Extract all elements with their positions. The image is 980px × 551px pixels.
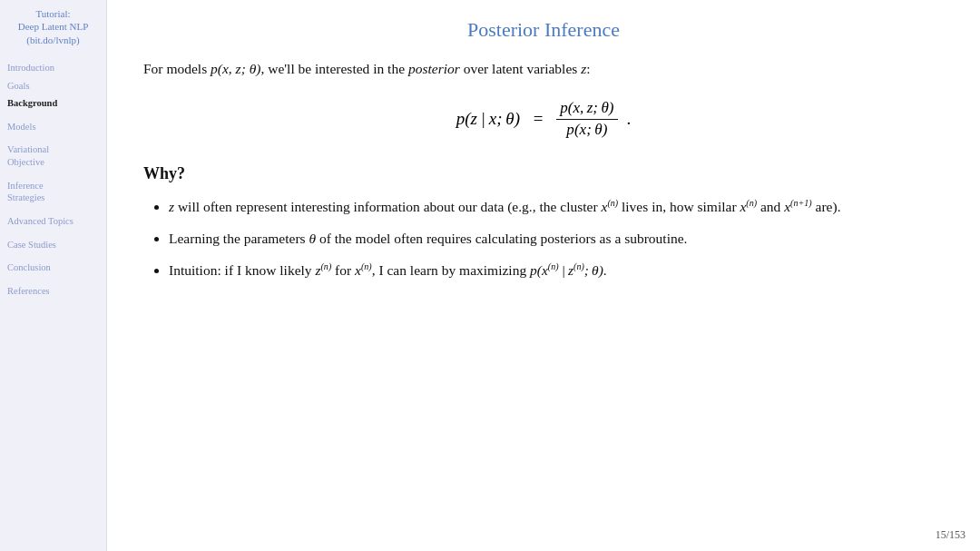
sidebar-item-inference-strategies[interactable]: InferenceStrategies [5,179,101,205]
bullet-3: Intuition: if I know likely z(n) for x(n… [169,260,944,282]
sidebar-item-references[interactable]: References [5,284,101,299]
why-heading: Why? [143,164,944,183]
intro-text: For models p(x, z; θ), we'll be interest… [143,58,944,79]
sidebar-item-goals[interactable]: Goals [5,79,101,93]
sidebar-item-advanced-topics[interactable]: Advanced Topics [5,214,101,229]
sidebar-item-introduction[interactable]: Introduction [5,61,101,75]
bullet-2: Learning the parameters θ of the model o… [169,228,944,251]
bullet-list: z will often represent interesting infor… [143,196,944,282]
sidebar-item-case-studies[interactable]: Case Studies [5,238,101,252]
math-equation: p(z | x; θ) = p(x, z; θ) p(x; θ) . [143,99,944,139]
sidebar: Tutorial:Deep Latent NLP(bit.do/lvnlp) I… [0,0,107,551]
slide-title: Posterior Inference [143,18,944,42]
sidebar-item-variational-objective[interactable]: VariationalObjective [5,143,101,169]
sidebar-title: Tutorial:Deep Latent NLP(bit.do/lvnlp) [5,7,101,46]
sidebar-item-conclusion[interactable]: Conclusion [5,261,101,275]
sidebar-item-background[interactable]: Background [5,96,101,111]
bullet-1: z will often represent interesting infor… [169,196,944,219]
main-content: Posterior Inference For models p(x, z; θ… [107,0,980,551]
page-number: 15/153 [936,528,965,542]
sidebar-item-models[interactable]: Models [5,120,101,134]
